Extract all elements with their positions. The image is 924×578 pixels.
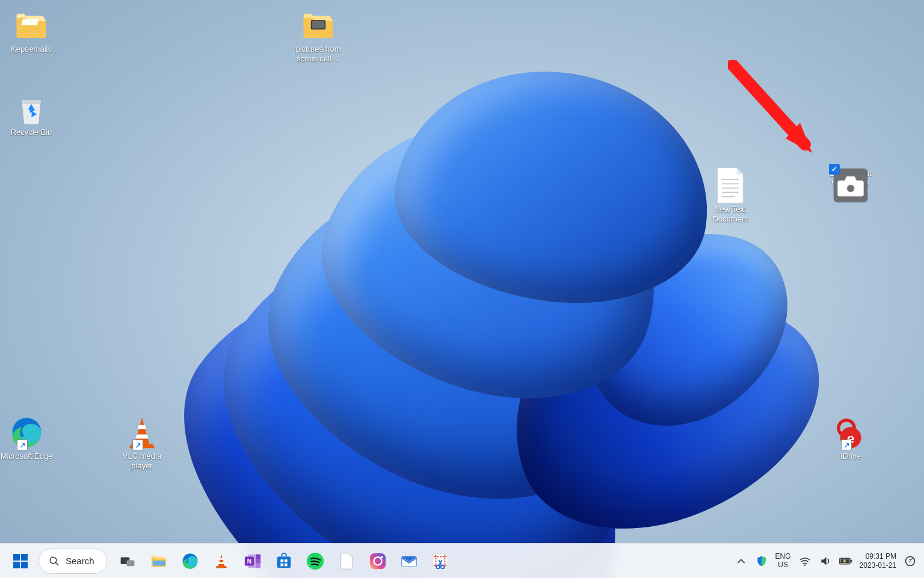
desktop-icon-label: VLC media player [116, 452, 168, 471]
desktop-icon-label: IDrive [840, 452, 861, 461]
desktop-icon-learn-picture[interactable]: Learn about this picture [824, 167, 877, 188]
battery-icon [839, 556, 852, 566]
tray-security[interactable] [755, 555, 768, 568]
shortcut-overlay-icon: ↗ [841, 440, 852, 450]
vlc-cone-icon [213, 553, 230, 570]
file-explorer-icon [150, 552, 168, 570]
desktop-icon-kept-emails[interactable]: Kept emails [5, 7, 58, 54]
tray-overflow[interactable] [735, 555, 748, 568]
spotify-icon [306, 552, 324, 570]
svg-rect-15 [13, 554, 20, 561]
taskbar-search[interactable]: Search [38, 548, 107, 574]
shield-icon [756, 555, 768, 567]
search-icon [49, 556, 60, 567]
svg-rect-32 [280, 559, 283, 562]
wallpaper-bloom [138, 48, 800, 542]
speaker-icon [819, 555, 831, 567]
desktop-icon-label: Recycle Bin [11, 128, 52, 137]
mail-icon [400, 552, 418, 570]
clock-date: 2023-01-21 [860, 561, 896, 570]
document-icon [338, 552, 355, 570]
wifi-icon [799, 555, 811, 567]
svg-rect-31 [277, 556, 291, 568]
desktop-icon-label: pictures from somin cell ... [292, 45, 345, 64]
svg-rect-26 [256, 554, 260, 559]
tray-focus[interactable]: Zz [904, 555, 917, 568]
desktop-icon-label: New Text Document [704, 205, 757, 225]
start-button[interactable] [7, 548, 34, 574]
annotation-arrow [728, 60, 824, 163]
taskbar-snipping-tool[interactable] [427, 548, 454, 574]
svg-rect-22 [126, 560, 134, 566]
taskbar-file-explorer[interactable] [146, 548, 172, 574]
desktop-icon-pictures-folder[interactable]: pictures from somin cell ... [292, 7, 345, 64]
taskbar-search-label: Search [66, 556, 94, 566]
store-icon [275, 552, 293, 570]
taskbar-spotify[interactable] [302, 548, 328, 574]
svg-rect-28 [256, 563, 260, 568]
svg-rect-35 [284, 563, 287, 566]
svg-rect-33 [284, 559, 287, 562]
taskbar-store[interactable] [271, 548, 297, 574]
instagram-icon [369, 552, 387, 570]
chevron-up-icon [737, 557, 745, 565]
svg-rect-16 [21, 554, 28, 561]
lang-bottom: US [775, 561, 791, 569]
folder-open-icon [14, 8, 48, 42]
desktop-icon-edge[interactable]: ↗ Microsoft Edge [0, 414, 53, 461]
lang-top: ENG [775, 553, 791, 561]
selection-check-icon [829, 164, 840, 175]
taskbar-libreoffice[interactable] [333, 548, 360, 574]
svg-rect-34 [280, 563, 283, 566]
onenote-icon: N [244, 552, 262, 570]
tray-battery[interactable] [839, 555, 852, 568]
taskbar-vlc[interactable] [208, 548, 235, 574]
svg-point-11 [847, 185, 854, 192]
snipping-tool-icon [431, 552, 449, 570]
windows-logo-icon [12, 553, 29, 570]
tray-wifi[interactable] [798, 555, 812, 568]
svg-rect-41 [433, 553, 447, 568]
desktop-icon-idrive[interactable]: e ↗ IDrive [824, 414, 877, 461]
text-file-icon [715, 167, 745, 204]
svg-rect-27 [256, 559, 260, 564]
svg-rect-51 [850, 559, 851, 562]
svg-point-39 [380, 556, 383, 558]
svg-rect-37 [369, 553, 385, 568]
tray-clock[interactable]: 09:31 PM 2023-01-21 [860, 552, 896, 570]
recycle-bin-icon [14, 92, 48, 125]
folder-picture-icon [301, 8, 335, 42]
shortcut-overlay-icon: ↗ [132, 440, 143, 450]
desktop-icon-new-text[interactable]: New Text Document [704, 167, 757, 225]
edge-icon [181, 552, 199, 570]
desktop-icon-recycle-bin[interactable]: Recycle Bin [5, 90, 58, 137]
desktop-icon-label: Kept emails [11, 45, 52, 54]
shortcut-overlay-icon: ↗ [17, 440, 28, 450]
tray-volume[interactable] [819, 555, 832, 568]
taskbar-onenote[interactable]: N [239, 548, 266, 574]
desktop-icon-vlc[interactable]: ↗ VLC media player [116, 414, 168, 471]
svg-text:N: N [247, 558, 251, 564]
svg-rect-17 [13, 562, 20, 568]
clock-time: 09:31 PM [860, 552, 896, 561]
desktop[interactable]: Kept emails Recycle Bin pictures from so… [0, 0, 924, 578]
svg-rect-1 [312, 21, 325, 28]
taskbar-mail[interactable] [396, 548, 422, 574]
svg-point-48 [804, 564, 805, 566]
focus-icon: Zz [904, 555, 916, 567]
desktop-icon-label: Microsoft Edge [1, 452, 53, 461]
taskbar-instagram[interactable] [365, 548, 391, 574]
taskbar-edge[interactable] [177, 548, 203, 574]
taskbar: Search N [0, 543, 924, 578]
svg-rect-23 [152, 561, 165, 565]
tray-language[interactable]: ENG US [775, 553, 791, 568]
svg-rect-18 [21, 562, 28, 568]
svg-line-20 [55, 562, 58, 565]
task-view-icon [120, 553, 135, 569]
taskbar-task-view[interactable] [114, 548, 141, 574]
